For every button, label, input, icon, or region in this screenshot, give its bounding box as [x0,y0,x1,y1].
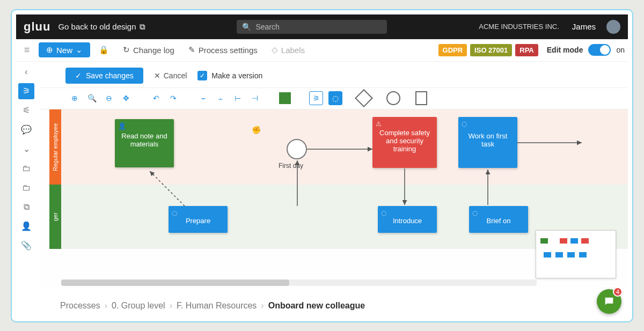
tag-icon: ◇ [272,45,278,55]
action-bar: ✓ Save changes ✕ Cancel ✓ Make a version [40,64,628,87]
edit-mode-state: on [616,46,625,54]
align-top-icon[interactable]: ⫟ [197,92,209,104]
grab-cursor-icon: ✊ [252,126,261,134]
badge-rpa[interactable]: RPA [515,44,538,56]
shape-gateway-icon[interactable] [355,89,373,107]
new-button[interactable]: ⊕ New ⌄ [39,42,90,57]
rail-folder-icon[interactable]: 🗀 [18,160,34,176]
rail-user-icon[interactable]: 👤 [18,218,34,234]
chat-button[interactable]: 4 [597,289,621,314]
labels-label: Labels [281,46,305,55]
rail-folder2-icon[interactable]: 🗀 [18,180,34,196]
search-placeholder: Search [255,23,279,31]
cycle-icon: ◌ [472,209,478,217]
rail-expand-icon[interactable]: ⌄ [18,141,34,157]
close-icon: ✕ [154,71,160,80]
rail-attachment-icon[interactable]: 📎 [18,238,34,254]
make-version-checkbox[interactable]: ✓ Make a version [197,71,262,80]
main-toolbar: ≡ ⊕ New ⌄ 🔒 ↻ Change log ✎ Process setti… [16,39,628,62]
chevron-right-icon: › [105,301,107,311]
save-button[interactable]: ✓ Save changes [65,68,143,84]
external-link-icon: ⧉ [140,22,145,32]
rail-subprocess-icon[interactable]: ⚟ [18,102,34,119]
node-label: Complete safety and security training [379,129,430,153]
cancel-button[interactable]: ✕ Cancel [149,68,193,83]
node-prepare[interactable]: ◌ Prepare [169,206,228,233]
align-right-icon[interactable]: ⊣ [249,92,261,104]
crumb-hr[interactable]: F. Human Resources [177,301,257,311]
edit-mode-toggle[interactable] [588,44,611,56]
plus-icon: ⊕ [46,45,53,55]
shape-subprocess-icon[interactable]: ◌ [328,91,342,105]
logo: gluu [24,20,50,34]
avatar[interactable] [606,20,620,34]
node-first-day[interactable] [287,139,307,159]
chevron-down-icon: ⌄ [76,45,83,55]
content-area: ✓ Save changes ✕ Cancel ✓ Make a version… [40,64,628,289]
pan-icon[interactable]: ✥ [120,92,132,104]
check-icon: ✓ [75,71,82,80]
labels-button[interactable]: ◇ Labels [266,43,310,57]
minimap[interactable] [536,230,616,278]
scroll-thumb[interactable] [61,279,289,286]
zoom-out-icon[interactable]: ⊖ [103,92,115,104]
node-label: Introduce [384,217,430,225]
rail-comments-icon[interactable]: 💬 [18,122,34,138]
lock-icon[interactable]: 🔒 [93,43,114,57]
horizontal-scrollbar[interactable] [61,279,537,286]
new-label: New [56,46,72,55]
search-input[interactable]: 🔍 Search [237,20,387,34]
cycle-icon: ◌ [381,209,386,217]
crumb-processes[interactable]: Processes [60,301,100,311]
process-settings-button[interactable]: ✎ Process settings [183,43,263,57]
badge-gdpr[interactable]: GDPR [438,44,467,56]
process-settings-label: Process settings [199,46,258,55]
badge-iso[interactable]: ISO 27001 [470,44,512,56]
back-to-old-design-link[interactable]: Go back to old design ⧉ [58,22,145,32]
node-introduce[interactable]: ◌ Introduce [378,206,437,233]
color-swatch[interactable] [279,92,291,104]
node-read-note[interactable]: 👤 Read note and materials [115,119,174,167]
diagram-canvas[interactable]: ⇄ Regular employee ger 👤 Read note and m… [40,109,628,289]
undo-icon[interactable]: ↶ [150,92,162,104]
search-icon: 🔍 [242,23,251,31]
back-link-label: Go back to old design [58,22,136,31]
company-name: ACME INDUSTRIES INC. [479,23,559,31]
chat-icon [603,296,615,307]
edit-mode-label: Edit mode [547,46,583,54]
align-left-icon[interactable]: ⊢ [232,92,244,104]
history-icon: ↻ [123,45,130,55]
node-label: Brief on [475,217,522,225]
crumb-current: Onboard new colleague [268,301,365,311]
zoom-in-icon[interactable]: ⊕ [69,92,80,104]
lane-label-bottom: ger [49,185,61,249]
zoom-reset-icon[interactable]: 🔍 [86,92,98,104]
collapse-icon[interactable]: ‹ [18,64,34,80]
pencil-icon: ✎ [188,45,195,55]
crumb-group-level[interactable]: 0. Group level [112,301,165,311]
rail-diagram-icon[interactable]: ⚞ [18,83,34,99]
shape-task-icon[interactable]: ⚞ [309,91,323,105]
redo-icon[interactable]: ↷ [167,92,179,104]
change-log-label: Change log [133,46,174,55]
chevron-right-icon: › [261,301,264,311]
diagram-toolbar: ⊕ 🔍 ⊖ ✥ ↶ ↷ ⫟ ⫠ ⊢ ⊣ ⚞ ◌ [40,87,628,109]
user-name[interactable]: James [572,22,596,31]
shape-event-icon[interactable] [386,91,400,105]
rail-devices-icon[interactable]: ⧉ [18,199,34,215]
first-day-label: First day [279,162,303,170]
node-complete-safety[interactable]: ⚠ Complete safety and security training [372,117,437,168]
node-work-first-task[interactable]: ◌ Work on first task [458,117,517,168]
node-label: Prepare [175,217,221,225]
node-label: Read note and materials [121,132,167,148]
shape-document-icon[interactable] [415,91,427,105]
checkbox-checked-icon: ✓ [197,71,207,80]
node-brief-on[interactable]: ◌ Brief on [469,206,528,233]
top-bar: gluu Go back to old design ⧉ 🔍 Search AC… [16,14,628,39]
change-log-button[interactable]: ↻ Change log [118,43,180,57]
align-bottom-icon[interactable]: ⫠ [215,92,226,104]
cycle-icon: ◌ [172,209,177,217]
breadcrumb: Processes › 0. Group level › F. Human Re… [60,301,600,311]
menu-icon[interactable]: ≡ [18,45,35,56]
chevron-right-icon: › [170,301,172,311]
